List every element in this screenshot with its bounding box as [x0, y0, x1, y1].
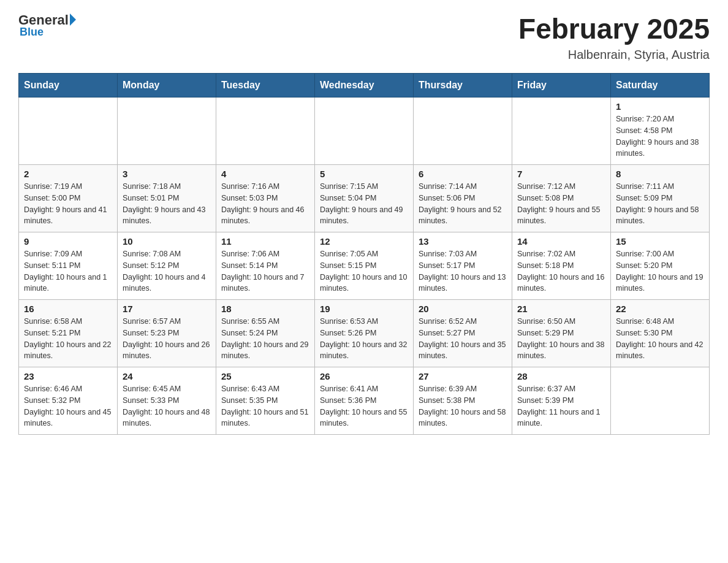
day-number: 15	[616, 236, 704, 247]
header-monday: Monday	[118, 74, 216, 98]
calendar-cell: 28Sunrise: 6:37 AM Sunset: 5:39 PM Dayli…	[512, 367, 611, 435]
calendar-cell	[512, 98, 611, 165]
calendar-week-row: 23Sunrise: 6:46 AM Sunset: 5:32 PM Dayli…	[19, 367, 710, 435]
calendar-cell: 12Sunrise: 7:05 AM Sunset: 5:15 PM Dayli…	[315, 232, 414, 300]
day-info: Sunrise: 6:58 AM Sunset: 5:21 PM Dayligh…	[24, 316, 112, 362]
calendar-cell	[216, 98, 315, 165]
calendar-cell	[19, 98, 118, 165]
day-number: 25	[221, 371, 309, 381]
day-info: Sunrise: 7:06 AM Sunset: 5:14 PM Dayligh…	[221, 248, 309, 294]
calendar-cell: 16Sunrise: 6:58 AM Sunset: 5:21 PM Dayli…	[19, 300, 118, 367]
day-number: 7	[517, 169, 605, 179]
logo-arrow-icon	[70, 13, 76, 26]
day-number: 26	[320, 371, 408, 381]
calendar-cell: 10Sunrise: 7:08 AM Sunset: 5:12 PM Dayli…	[118, 232, 216, 300]
calendar-cell: 24Sunrise: 6:45 AM Sunset: 5:33 PM Dayli…	[118, 367, 216, 435]
title-area: February 2025 Halbenrain, Styria, Austri…	[518, 12, 710, 62]
logo-blue: Blue	[20, 26, 44, 39]
calendar-cell: 13Sunrise: 7:03 AM Sunset: 5:17 PM Dayli…	[414, 232, 512, 300]
header-tuesday: Tuesday	[216, 74, 315, 98]
day-info: Sunrise: 7:12 AM Sunset: 5:08 PM Dayligh…	[517, 181, 605, 227]
day-number: 21	[517, 304, 605, 314]
day-info: Sunrise: 7:08 AM Sunset: 5:12 PM Dayligh…	[123, 248, 211, 294]
day-number: 8	[616, 169, 704, 179]
header-wednesday: Wednesday	[315, 74, 414, 98]
logo: General Blue	[18, 12, 76, 39]
calendar-cell: 27Sunrise: 6:39 AM Sunset: 5:38 PM Dayli…	[414, 367, 512, 435]
day-number: 3	[123, 169, 211, 179]
day-info: Sunrise: 6:43 AM Sunset: 5:35 PM Dayligh…	[221, 383, 309, 429]
header-friday: Friday	[512, 74, 611, 98]
calendar-cell: 23Sunrise: 6:46 AM Sunset: 5:32 PM Dayli…	[19, 367, 118, 435]
day-info: Sunrise: 6:52 AM Sunset: 5:27 PM Dayligh…	[419, 316, 507, 362]
calendar-cell: 25Sunrise: 6:43 AM Sunset: 5:35 PM Dayli…	[216, 367, 315, 435]
header-sunday: Sunday	[19, 74, 118, 98]
day-info: Sunrise: 7:00 AM Sunset: 5:20 PM Dayligh…	[616, 248, 704, 294]
calendar-cell	[118, 98, 216, 165]
day-info: Sunrise: 7:03 AM Sunset: 5:17 PM Dayligh…	[419, 248, 507, 294]
calendar-week-row: 16Sunrise: 6:58 AM Sunset: 5:21 PM Dayli…	[19, 300, 710, 367]
calendar-cell: 1Sunrise: 7:20 AM Sunset: 4:58 PM Daylig…	[611, 98, 710, 165]
calendar-cell: 3Sunrise: 7:18 AM Sunset: 5:01 PM Daylig…	[118, 165, 216, 232]
calendar-cell: 17Sunrise: 6:57 AM Sunset: 5:23 PM Dayli…	[118, 300, 216, 367]
day-info: Sunrise: 7:11 AM Sunset: 5:09 PM Dayligh…	[616, 181, 704, 227]
day-info: Sunrise: 7:09 AM Sunset: 5:11 PM Dayligh…	[24, 248, 112, 294]
day-info: Sunrise: 7:02 AM Sunset: 5:18 PM Dayligh…	[517, 248, 605, 294]
calendar-cell: 21Sunrise: 6:50 AM Sunset: 5:29 PM Dayli…	[512, 300, 611, 367]
day-number: 23	[24, 371, 112, 381]
day-number: 20	[419, 304, 507, 314]
calendar-cell: 14Sunrise: 7:02 AM Sunset: 5:18 PM Dayli…	[512, 232, 611, 300]
page-header: General Blue February 2025 Halbenrain, S…	[18, 12, 710, 62]
weekday-header-row: Sunday Monday Tuesday Wednesday Thursday…	[19, 74, 710, 98]
day-number: 10	[123, 236, 211, 247]
day-info: Sunrise: 6:41 AM Sunset: 5:36 PM Dayligh…	[320, 383, 408, 429]
calendar-week-row: 9Sunrise: 7:09 AM Sunset: 5:11 PM Daylig…	[19, 232, 710, 300]
calendar-week-row: 2Sunrise: 7:19 AM Sunset: 5:00 PM Daylig…	[19, 165, 710, 232]
header-saturday: Saturday	[611, 74, 710, 98]
day-info: Sunrise: 6:46 AM Sunset: 5:32 PM Dayligh…	[24, 383, 112, 429]
day-number: 9	[24, 236, 112, 247]
day-info: Sunrise: 7:05 AM Sunset: 5:15 PM Dayligh…	[320, 248, 408, 294]
day-number: 19	[320, 304, 408, 314]
day-info: Sunrise: 6:45 AM Sunset: 5:33 PM Dayligh…	[123, 383, 211, 429]
calendar-cell: 8Sunrise: 7:11 AM Sunset: 5:09 PM Daylig…	[611, 165, 710, 232]
day-info: Sunrise: 6:48 AM Sunset: 5:30 PM Dayligh…	[616, 316, 704, 362]
calendar-table: Sunday Monday Tuesday Wednesday Thursday…	[18, 73, 710, 435]
day-info: Sunrise: 6:55 AM Sunset: 5:24 PM Dayligh…	[221, 316, 309, 362]
calendar-cell: 11Sunrise: 7:06 AM Sunset: 5:14 PM Dayli…	[216, 232, 315, 300]
day-number: 12	[320, 236, 408, 247]
day-number: 13	[419, 236, 507, 247]
day-number: 28	[517, 371, 605, 381]
day-info: Sunrise: 6:50 AM Sunset: 5:29 PM Dayligh…	[517, 316, 605, 362]
calendar-cell: 22Sunrise: 6:48 AM Sunset: 5:30 PM Dayli…	[611, 300, 710, 367]
day-number: 18	[221, 304, 309, 314]
day-info: Sunrise: 6:53 AM Sunset: 5:26 PM Dayligh…	[320, 316, 408, 362]
calendar-cell: 5Sunrise: 7:15 AM Sunset: 5:04 PM Daylig…	[315, 165, 414, 232]
calendar-cell	[315, 98, 414, 165]
day-number: 14	[517, 236, 605, 247]
calendar-cell: 26Sunrise: 6:41 AM Sunset: 5:36 PM Dayli…	[315, 367, 414, 435]
day-info: Sunrise: 7:15 AM Sunset: 5:04 PM Dayligh…	[320, 181, 408, 227]
day-number: 2	[24, 169, 112, 179]
calendar-cell: 19Sunrise: 6:53 AM Sunset: 5:26 PM Dayli…	[315, 300, 414, 367]
calendar-cell: 15Sunrise: 7:00 AM Sunset: 5:20 PM Dayli…	[611, 232, 710, 300]
calendar-cell: 20Sunrise: 6:52 AM Sunset: 5:27 PM Dayli…	[414, 300, 512, 367]
calendar-cell: 2Sunrise: 7:19 AM Sunset: 5:00 PM Daylig…	[19, 165, 118, 232]
calendar-cell: 9Sunrise: 7:09 AM Sunset: 5:11 PM Daylig…	[19, 232, 118, 300]
day-number: 11	[221, 236, 309, 247]
calendar-cell: 4Sunrise: 7:16 AM Sunset: 5:03 PM Daylig…	[216, 165, 315, 232]
day-number: 16	[24, 304, 112, 314]
day-number: 27	[419, 371, 507, 381]
day-info: Sunrise: 6:37 AM Sunset: 5:39 PM Dayligh…	[517, 383, 605, 429]
day-info: Sunrise: 7:20 AM Sunset: 4:58 PM Dayligh…	[616, 113, 704, 159]
day-number: 4	[221, 169, 309, 179]
day-number: 1	[616, 101, 704, 112]
day-number: 6	[419, 169, 507, 179]
month-title: February 2025	[518, 12, 710, 45]
calendar-week-row: 1Sunrise: 7:20 AM Sunset: 4:58 PM Daylig…	[19, 98, 710, 165]
day-number: 17	[123, 304, 211, 314]
day-info: Sunrise: 7:16 AM Sunset: 5:03 PM Dayligh…	[221, 181, 309, 227]
day-info: Sunrise: 6:57 AM Sunset: 5:23 PM Dayligh…	[123, 316, 211, 362]
day-number: 24	[123, 371, 211, 381]
location: Halbenrain, Styria, Austria	[518, 48, 710, 62]
